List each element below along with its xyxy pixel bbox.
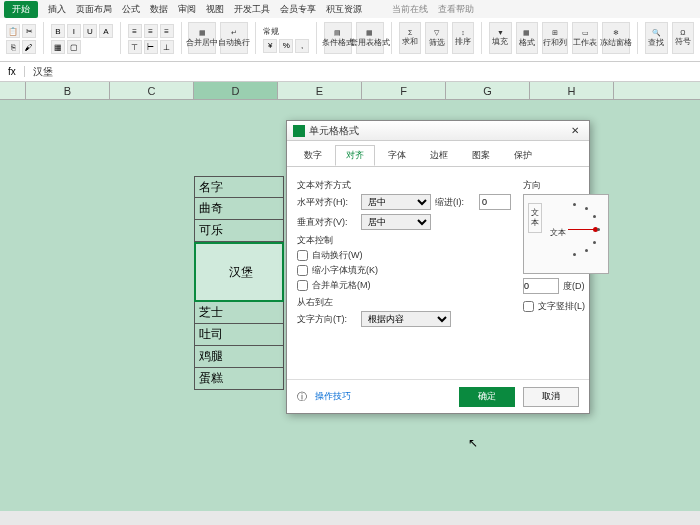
cell[interactable]: 鸡腿 <box>194 346 284 368</box>
select-all-corner[interactable] <box>0 82 26 99</box>
table-format-button[interactable]: ▦套用表格式 <box>356 22 384 54</box>
align-right-icon[interactable]: ≡ <box>160 24 174 38</box>
tab-font[interactable]: 字体 <box>377 145 417 166</box>
col-header-e[interactable]: E <box>278 82 362 99</box>
cell[interactable]: 吐司 <box>194 324 284 346</box>
tips-link[interactable]: 操作技巧 <box>315 390 351 403</box>
tab-dev[interactable]: 开发工具 <box>234 3 270 16</box>
vertical-text-button[interactable]: 文本 <box>528 203 542 233</box>
col-header-c[interactable]: C <box>110 82 194 99</box>
active-cell[interactable]: 汉堡 <box>194 242 284 302</box>
brush-icon[interactable]: 🖌 <box>22 40 36 54</box>
sheet-button[interactable]: ▭工作表 <box>572 22 598 54</box>
tab-pattern[interactable]: 图案 <box>461 145 501 166</box>
cell[interactable]: 芝士 <box>194 302 284 324</box>
stack-checkbox[interactable] <box>523 301 534 312</box>
tab-number[interactable]: 数字 <box>293 145 333 166</box>
border-icon[interactable]: ▢ <box>67 40 81 54</box>
tab-formula[interactable]: 公式 <box>122 3 140 16</box>
comma-icon[interactable]: , <box>295 39 309 53</box>
ok-button[interactable]: 确定 <box>459 387 515 407</box>
degree-label: 度(D) <box>563 280 585 293</box>
col-header-d[interactable]: D <box>194 82 278 99</box>
help-icon[interactable]: ⓘ <box>297 390 307 404</box>
col-header-h[interactable]: H <box>530 82 614 99</box>
sum-button[interactable]: Σ求和 <box>399 22 422 54</box>
tab-border[interactable]: 边框 <box>419 145 459 166</box>
dialog-titlebar[interactable]: 单元格格式 ✕ <box>287 121 589 141</box>
tab-start[interactable]: 开始 <box>4 1 38 18</box>
search-hint[interactable]: 查看帮助 <box>438 3 474 16</box>
cond-format-button[interactable]: ▤条件格式 <box>324 22 352 54</box>
currency-icon[interactable]: ¥ <box>263 39 277 53</box>
cell[interactable]: 名字 <box>194 176 284 198</box>
wrap-checkbox[interactable] <box>297 250 308 261</box>
tab-layout[interactable]: 页面布局 <box>76 3 112 16</box>
cell[interactable]: 可乐 <box>194 220 284 242</box>
tab-resource[interactable]: 积互资源 <box>326 3 362 16</box>
format-button[interactable]: ▦格式 <box>516 22 539 54</box>
tab-insert[interactable]: 插入 <box>48 3 66 16</box>
align-left-icon[interactable]: ≡ <box>128 24 142 38</box>
indent-input[interactable] <box>479 194 511 210</box>
orientation-dial[interactable]: 文本 <box>546 201 602 257</box>
user-status: 当前在线 <box>392 3 428 16</box>
bold-icon[interactable]: B <box>51 24 65 38</box>
tab-review[interactable]: 审阅 <box>178 3 196 16</box>
shrink-checkbox[interactable] <box>297 265 308 276</box>
dialog-tabs: 数字 对齐 字体 边框 图案 保护 <box>287 141 589 167</box>
col-header-f[interactable]: F <box>362 82 446 99</box>
italic-icon[interactable]: I <box>67 24 81 38</box>
fx-label[interactable]: fx <box>0 66 25 77</box>
find-button[interactable]: 🔍查找 <box>645 22 668 54</box>
degree-input[interactable] <box>523 278 559 294</box>
sort-button[interactable]: ↕排序 <box>452 22 475 54</box>
font-color-icon[interactable]: A <box>99 24 113 38</box>
percent-icon[interactable]: % <box>279 39 293 53</box>
orientation-label: 方向 <box>523 179 609 192</box>
align-mid-icon[interactable]: ⊢ <box>144 40 158 54</box>
align-center-icon[interactable]: ≡ <box>144 24 158 38</box>
cell[interactable]: 曲奇 <box>194 198 284 220</box>
close-icon[interactable]: ✕ <box>567 125 583 136</box>
paste-icon[interactable]: 📋 <box>6 24 20 38</box>
wrap-button[interactable]: ↵自动换行 <box>220 22 248 54</box>
tab-view[interactable]: 视图 <box>206 3 224 16</box>
merge-button[interactable]: ▦合并居中 <box>188 22 216 54</box>
tab-data[interactable]: 数据 <box>150 3 168 16</box>
col-header-g[interactable]: G <box>446 82 530 99</box>
merge-checkbox[interactable] <box>297 280 308 291</box>
cell[interactable]: 蛋糕 <box>194 368 284 390</box>
status-bar <box>0 511 700 525</box>
number-format[interactable]: 常规 <box>263 26 309 37</box>
cursor-icon: ↖ <box>468 436 478 450</box>
symbol-button[interactable]: Ω符号 <box>672 22 695 54</box>
fill-button[interactable]: ▼填充 <box>489 22 512 54</box>
formula-content[interactable]: 汉堡 <box>25 65 61 79</box>
h-align-select[interactable]: 居中 <box>361 194 431 210</box>
v-align-select[interactable]: 居中 <box>361 214 431 230</box>
rtl-section-label: 从右到左 <box>297 296 511 309</box>
dialog-title: 单元格格式 <box>309 124 359 138</box>
column-headers: B C D E F G H <box>0 82 700 100</box>
align-top-icon[interactable]: ⊤ <box>128 40 142 54</box>
cut-icon[interactable]: ✂ <box>22 24 36 38</box>
tab-protect[interactable]: 保护 <box>503 145 543 166</box>
v-align-label: 垂直对齐(V): <box>297 216 357 229</box>
align-bot-icon[interactable]: ⊥ <box>160 40 174 54</box>
orient-sample-text: 文本 <box>550 227 566 238</box>
copy-icon[interactable]: ⎘ <box>6 40 20 54</box>
orientation-box[interactable]: 文本 文本 <box>523 194 609 274</box>
filter-button[interactable]: ▽筛选 <box>425 22 448 54</box>
direction-select[interactable]: 根据内容 <box>361 311 451 327</box>
tab-vip[interactable]: 会员专享 <box>280 3 316 16</box>
merge-label: 合并单元格(M) <box>312 279 371 292</box>
text-control-label: 文本控制 <box>297 234 511 247</box>
rowcol-button[interactable]: ⊞行和列 <box>542 22 568 54</box>
tab-alignment[interactable]: 对齐 <box>335 145 375 166</box>
cancel-button[interactable]: 取消 <box>523 387 579 407</box>
underline-icon[interactable]: U <box>83 24 97 38</box>
freeze-button[interactable]: ❄冻结窗格 <box>602 22 630 54</box>
fill-color-icon[interactable]: ▦ <box>51 40 65 54</box>
col-header-b[interactable]: B <box>26 82 110 99</box>
